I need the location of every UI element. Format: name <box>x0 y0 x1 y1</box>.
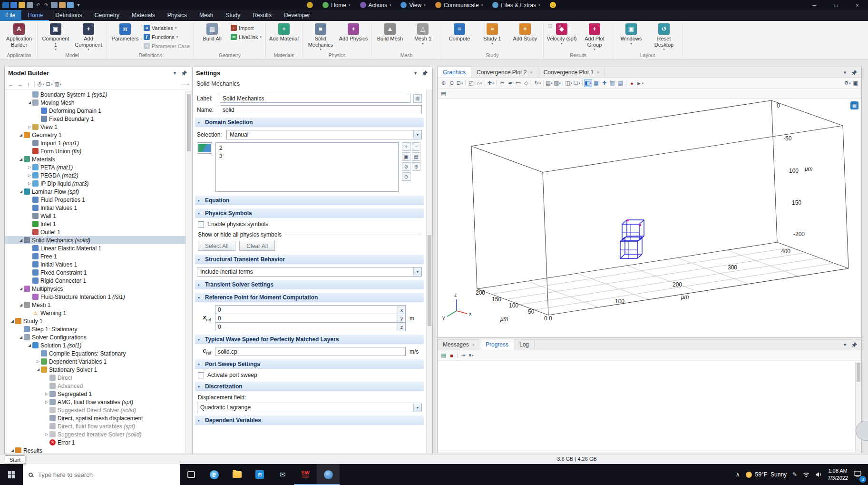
select-all-button[interactable]: Select All <box>198 241 235 251</box>
tree-item-stationary-solver-1[interactable]: ◢Stationary Solver 1 <box>5 366 185 374</box>
close-icon[interactable]: × <box>472 342 475 347</box>
tree-item-suggested-iterative-solver[interactable]: ▷Suggested Iterative Solver(solid) <box>5 430 185 438</box>
tree-item-laminar-flow[interactable]: ◢Laminar Flow(spf) <box>5 188 185 196</box>
ribbon-study-1-button[interactable]: ≈Study 1▾ <box>477 22 508 47</box>
panel-pin-icon[interactable] <box>850 341 858 349</box>
snapshot-camera-icon[interactable]: ▣ <box>851 79 859 87</box>
comsol-taskbar-button[interactable] <box>317 464 340 485</box>
tree-item-fixed-constraint-1[interactable]: Fixed Constraint 1 <box>5 268 185 277</box>
tree-item-solid-mechanics[interactable]: ◢Solid Mechanics(solid) <box>5 236 185 244</box>
selection-mode-icon[interactable]: ☐▾ <box>573 79 581 87</box>
print-graphics-icon[interactable]: ▤ <box>439 89 448 98</box>
remove-selection-icon[interactable]: − <box>412 142 420 151</box>
tree-columns-icon[interactable]: ▥▾ <box>54 80 62 88</box>
collapsed-icon[interactable]: ▷ <box>44 392 49 396</box>
weather-widget[interactable]: 59°F Sunny <box>746 471 787 478</box>
cref-input[interactable] <box>215 347 406 356</box>
tree-item-peta[interactable]: ▷PETA(mat1) <box>5 163 185 171</box>
expanded-icon[interactable]: ◢ <box>27 100 32 105</box>
ribbon-add-physics-button[interactable]: +Add Physics <box>338 22 369 43</box>
model-builder-scrollbar[interactable] <box>185 90 192 453</box>
ribbon-layout-icon[interactable]: ⊞ <box>546 22 554 30</box>
xref-y-input[interactable] <box>215 314 398 323</box>
tree-item-compile-equations-stationary[interactable]: Compile Equations: Stationary <box>5 349 185 357</box>
menu-files-extras[interactable]: Files & Extras▾ <box>488 0 545 10</box>
close-icon[interactable]: × <box>597 70 599 75</box>
tree-item-error-1[interactable]: ✕Error 1 <box>5 438 185 446</box>
open-icon[interactable] <box>19 2 25 8</box>
nav-up-icon[interactable]: ↑ <box>24 80 32 88</box>
clear-all-button[interactable]: Clear All <box>239 241 275 251</box>
tree-item-initial-values-1[interactable]: Initial Values 1 <box>5 260 185 268</box>
paste-selection-icon[interactable]: ▤ <box>412 152 420 161</box>
ribbon-add-component-button[interactable]: +Add Component▾ <box>73 22 104 52</box>
tree-item-advanced[interactable]: Advanced <box>5 382 185 390</box>
view-zx-icon[interactable]: ▭ <box>514 79 522 87</box>
zoom-box-icon[interactable]: ⊡▾ <box>456 79 464 87</box>
expanded-icon[interactable]: ◢ <box>35 367 41 372</box>
panel-pin-icon[interactable] <box>850 69 858 77</box>
scene-color-icon[interactable]: ▨▾ <box>553 79 561 87</box>
environment-icon[interactable]: ◫▾ <box>565 79 573 87</box>
graphics-scene[interactable]: zxy 0-50-100-150-200μm400300200100μm2001… <box>438 99 861 337</box>
create-selection-icon[interactable]: ⊙ <box>402 172 410 181</box>
clear-selection-icon[interactable]: ⊘ <box>402 162 410 171</box>
pen-icon[interactable]: ✎ <box>792 471 797 478</box>
tree-item-suggested-direct-solver[interactable]: Suggested Direct Solver(solid) <box>5 406 185 414</box>
collapsed-icon[interactable]: ▷ <box>27 181 32 186</box>
ribbon-application-builder-button[interactable]: AApplication Builder <box>3 22 35 49</box>
menu-communicate[interactable]: Communicate▾ <box>431 0 488 10</box>
copy-icon[interactable] <box>51 2 58 8</box>
expanded-icon[interactable]: ◢ <box>10 448 15 453</box>
zoom-extents-icon[interactable]: ◰ <box>467 79 475 87</box>
close-button[interactable]: × <box>847 0 868 10</box>
tab-graphics[interactable]: Graphics <box>438 67 471 78</box>
section-reference-point[interactable]: ▾ Reference Point for Moment Computation <box>195 293 424 302</box>
ribbon-reset-desktop-button[interactable]: ↺Reset Desktop▾ <box>648 22 680 52</box>
label-input[interactable] <box>220 94 410 103</box>
tree-item-pegda[interactable]: ▷PEGDA(mat2) <box>5 171 185 179</box>
zoom-out-icon[interactable]: ⊖ <box>448 79 456 87</box>
selection-preview-button[interactable] <box>197 142 212 154</box>
show-axes-icon[interactable]: ✚ <box>600 79 608 87</box>
ribbon-import-button[interactable]: ↓Import <box>229 24 263 32</box>
menubar-tab-study[interactable]: Study <box>219 10 246 21</box>
menu-model-wizard[interactable] <box>302 0 317 10</box>
selection-list-item[interactable]: 2 <box>219 144 395 152</box>
tree-settings-icon[interactable]: ⋯▾ <box>181 80 189 88</box>
tree-item-warning-1[interactable]: ⚠Warning 1 <box>5 309 185 317</box>
search-input[interactable] <box>37 471 174 479</box>
menu-feedback-smiley[interactable]: ☺ <box>546 0 560 10</box>
panel-menu-icon[interactable]: ▾ <box>841 341 849 349</box>
expanded-icon[interactable]: ◢ <box>18 133 24 137</box>
ribbon-windows-button[interactable]: ▣Windows▾ <box>615 22 647 47</box>
ribbon-build-mesh-button[interactable]: ▲Build Mesh <box>374 22 406 43</box>
tree-item-fixed-boundary-1[interactable]: Fixed Boundary 1 <box>5 115 185 123</box>
tree-item-wall-1[interactable]: Wall 1 <box>5 212 185 220</box>
menubar-tab-mesh[interactable]: Mesh <box>193 10 219 21</box>
undo-icon[interactable]: ↶ <box>35 2 41 8</box>
menubar-tab-file[interactable]: File <box>0 10 21 21</box>
copy-selection-icon[interactable]: ▣ <box>402 152 410 161</box>
settings-menu-icon[interactable]: ▾ <box>411 69 419 77</box>
section-structural-transient-behavior[interactable]: ▾ Structural Transient Behavior <box>195 255 424 264</box>
section-domain-selection[interactable]: ▾ Domain Selection <box>195 118 424 127</box>
tab-log[interactable]: Log <box>514 339 535 350</box>
section-transient-solver-settings[interactable]: ▸ Transient Solver Settings <box>195 280 424 289</box>
tab-convergence-plot-1[interactable]: Convergence Plot 1× <box>538 67 605 78</box>
zoom-to-selection-icon[interactable]: ⊕ <box>412 162 420 171</box>
go-to-default-view-icon[interactable]: ⌂▾ <box>475 79 483 87</box>
tree-item-geometry-1[interactable]: ◢Geometry 1 <box>5 131 185 139</box>
comsol-logo-icon[interactable] <box>2 2 9 8</box>
xref-x-input[interactable] <box>215 305 398 314</box>
ribbon-compute-button[interactable]: =Compute <box>444 22 475 43</box>
settings-scrollbar[interactable] <box>426 89 432 453</box>
ribbon-build-all-button[interactable]: ▦Build All <box>196 22 228 43</box>
tree-item-form-union[interactable]: Form Union(fin) <box>5 147 185 155</box>
tree-item-dependent-variables-1[interactable]: ▷Dependent Variables 1 <box>5 357 185 366</box>
tree-item-deforming-domain-1[interactable]: Deforming Domain 1 <box>5 107 185 115</box>
task-view-taskbar-button[interactable] <box>180 464 203 485</box>
nav-back-icon[interactable]: ← <box>7 80 15 88</box>
menubar-tab-results[interactable]: Results <box>246 10 278 21</box>
view-xy-icon[interactable]: ▱ <box>498 79 506 87</box>
